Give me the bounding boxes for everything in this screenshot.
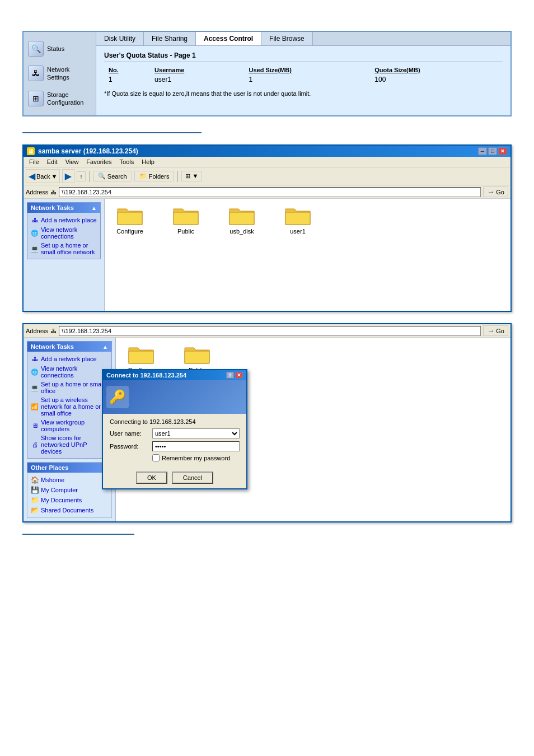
task-workgroup-2[interactable]: 🖥 View workgroup computers <box>31 418 108 433</box>
menu-help-1[interactable]: Help <box>138 158 158 166</box>
sidebar-item-network[interactable]: 🖧 Network Settings <box>24 61 96 86</box>
menu-tools-1[interactable]: Tools <box>116 158 138 166</box>
win-addressbar-1: Address 🖧 → Go <box>24 185 510 199</box>
address-input-2[interactable] <box>59 326 481 336</box>
samba-window-1: 🖥 samba server (192.168.123.254) ─ □ ✕ F… <box>22 144 512 312</box>
task-view-connections-label-2: View network connections <box>41 365 108 379</box>
status-icon: 🔍 <box>28 41 44 57</box>
task-setup-home-2[interactable]: 💻 Set up a home or small office <box>31 380 108 395</box>
storage-icon: ⊞ <box>28 91 44 106</box>
username-select[interactable]: user1 <box>152 428 240 438</box>
folders-button-1[interactable]: 📁 Folders <box>134 171 175 181</box>
tab-file-sharing[interactable]: File Sharing <box>144 32 196 45</box>
folder-icon-configure-2 <box>128 343 154 366</box>
win-toolbar-1: ◀ Back ▼ ◀ ↑ 🔍 Search 📁 Folders ⊞ ▼ <box>24 167 510 185</box>
tab-access-control[interactable]: Access Control <box>196 32 261 45</box>
minimize-button-1[interactable]: ─ <box>478 147 487 155</box>
search-button-1[interactable]: 🔍 Search <box>93 171 132 181</box>
win-addressbar-2: Address 🖧 → Go <box>24 324 510 338</box>
row-quota: 100 <box>370 74 503 85</box>
toolbar-sep-2 <box>177 171 178 182</box>
task-wireless-label-2: Set up a wireless network for a home or … <box>41 396 108 417</box>
search-label-1: Search <box>107 173 127 180</box>
win-body-1: Network Tasks ▲ 🖧 Add a network place 🌐 … <box>24 199 510 311</box>
samba-window-2: Address 🖧 → Go Network Tasks ▲ 🖧 Add a n… <box>22 323 512 522</box>
task-setup-home-label-2: Set up a home or small office <box>41 381 108 394</box>
dialog-close-button[interactable]: ✕ <box>235 372 243 379</box>
add-network-icon-1: 🖧 <box>31 216 39 224</box>
views-button-1[interactable]: ⊞ ▼ <box>181 171 202 181</box>
close-button-1[interactable]: ✕ <box>498 147 507 155</box>
place-mycomputer[interactable]: 💾 My Computer <box>31 485 108 495</box>
dialog-footer: OK Cancel <box>103 469 246 488</box>
table-row: 1 user1 1 100 <box>104 74 503 85</box>
view-connections-icon-2: 🌐 <box>31 368 39 376</box>
maximize-button-1[interactable]: □ <box>488 147 497 155</box>
file-label-public-1: Public <box>177 228 194 235</box>
dialog-question-button[interactable]: ? <box>226 372 234 379</box>
task-upnp-2[interactable]: 🖨 Show icons for networked UPnP devices <box>31 433 108 456</box>
task-add-network-2[interactable]: 🖧 Add a network place <box>31 354 108 364</box>
task-wireless-2[interactable]: 📶 Set up a wireless network for a home o… <box>31 395 108 418</box>
address-label-1: Address <box>26 189 48 195</box>
place-mydocs[interactable]: 📁 My Documents <box>31 495 108 505</box>
place-mshome[interactable]: 🏠 Mshome <box>31 475 108 485</box>
tab-file-browse[interactable]: File Browse <box>261 32 313 45</box>
remember-checkbox[interactable] <box>152 454 160 461</box>
place-shared-label: Shared Documents <box>41 507 93 514</box>
dialog-titlebar: Connect to 192.168.123.254 ? ✕ <box>103 370 246 380</box>
menu-view-1[interactable]: View <box>62 158 82 166</box>
task-view-connections-1[interactable]: 🌐 View network connections <box>31 225 97 241</box>
file-user1-1[interactable]: user1 <box>278 204 317 235</box>
task-setup-network-1[interactable]: 💻 Set up a home or small office network <box>31 241 97 256</box>
menu-file-1[interactable]: File <box>26 158 43 166</box>
task-view-connections-2[interactable]: 🌐 View network connections <box>31 364 108 380</box>
file-usbdisk-1[interactable]: usb_disk <box>222 204 261 235</box>
tasks-caret-1: ▲ <box>91 205 97 211</box>
sidebar-label-storage: Storage Configuration <box>47 91 91 107</box>
file-public-1[interactable]: Public <box>166 204 205 235</box>
back-dropdown-icon-1: ▼ <box>51 173 57 180</box>
address-input-1[interactable] <box>59 187 481 197</box>
sidebar-item-storage[interactable]: ⊞ Storage Configuration <box>24 86 96 111</box>
file-label-configure-1: Configure <box>116 228 143 235</box>
dialog-subtitle: Connecting to 192.168.123.254 <box>110 418 240 425</box>
add-network-icon-2: 🖧 <box>31 355 39 363</box>
tab-disk-utility[interactable]: Disk Utility <box>96 32 144 45</box>
file-label-user1-1: user1 <box>290 228 306 235</box>
folder-icon-public-1 <box>172 204 199 227</box>
nas-admin-panel: 🔍 Status 🖧 Network Settings ⊞ Storage Co… <box>22 31 512 116</box>
tasks-caret-2: ▲ <box>102 344 108 350</box>
row-username: user1 <box>150 74 244 85</box>
dialog-ok-button[interactable]: OK <box>136 472 167 484</box>
mycomputer-icon: 💾 <box>31 486 39 494</box>
go-arrow-icon-2: → <box>487 326 494 335</box>
menu-edit-1[interactable]: Edit <box>44 158 61 166</box>
remember-label: Remember my password <box>162 455 230 461</box>
folder-icon-usbdisk-1 <box>228 204 255 227</box>
quota-title: User's Quota Status - Page 1 <box>104 52 503 62</box>
password-input[interactable] <box>152 441 240 451</box>
toolbar-sep-1 <box>89 171 90 182</box>
go-button-2[interactable]: → Go <box>483 325 508 336</box>
sidebar-item-status[interactable]: 🔍 Status <box>24 36 96 61</box>
up-button-1[interactable]: ↑ <box>77 171 86 181</box>
back-button-1[interactable]: ◀ Back ▼ <box>26 169 60 183</box>
win-controls-1: ─ □ ✕ <box>478 147 507 155</box>
task-upnp-label-2: Show icons for networked UPnP devices <box>41 435 108 455</box>
place-mydocs-label: My Documents <box>41 497 82 503</box>
tasks-body-2: 🖧 Add a network place 🌐 View network con… <box>27 352 111 458</box>
file-configure-1[interactable]: Configure <box>110 204 149 235</box>
menu-favorites-1[interactable]: Favorites <box>83 158 115 166</box>
forward-button-1[interactable]: ◀ <box>62 169 74 183</box>
task-add-network-label-1: Add a network place <box>41 217 97 223</box>
go-label-2: Go <box>496 328 504 334</box>
go-button-1[interactable]: → Go <box>483 186 508 197</box>
dialog-cancel-button[interactable]: Cancel <box>172 472 213 484</box>
win-title-text-1: samba server (192.168.123.254) <box>38 147 138 155</box>
dialog-key-icon: 🔑 <box>106 386 129 408</box>
place-shared[interactable]: 📂 Shared Documents <box>31 505 108 515</box>
task-add-network-1[interactable]: 🖧 Add a network place <box>31 215 97 225</box>
col-username: Username <box>150 66 244 74</box>
username-label: User name: <box>110 430 149 437</box>
